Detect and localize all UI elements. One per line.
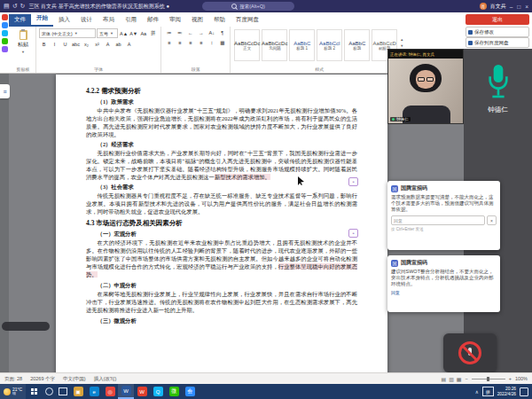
paragraph-format-button[interactable]: ≡ [185, 38, 195, 46]
sidebar-toggle[interactable]: ≡ [0, 84, 10, 98]
doc-block[interactable]: （一）宏观分析 [86, 230, 357, 238]
ribbon-tab[interactable]: 邮件 [142, 14, 164, 27]
doc-block[interactable]: 中共中央发布《无损检测仪器行业发展“十三五”规划》，明确要求到2021年无损检测… [86, 106, 357, 138]
font-format-button[interactable]: x² [92, 40, 102, 48]
quick-access-icon[interactable]: ▤ [4, 3, 10, 10]
taskbar-app-button[interactable]: W [118, 384, 134, 399]
doc-block[interactable]: 在果树等地无损检测行业发展上，行业呈规律性向上发展，行业发展快，并且在需求自行市… [86, 290, 357, 314]
font-format-button[interactable]: U [60, 40, 70, 48]
paragraph-format-button[interactable]: ↕ [207, 38, 216, 46]
floating-toolbar-pill[interactable] [2, 322, 50, 331]
ribbon-tab[interactable]: 视图 [186, 14, 208, 27]
font-format-button[interactable]: I [50, 40, 59, 48]
ribbon-tab[interactable]: 插入 [53, 14, 75, 27]
style-chip[interactable]: AaBbC 标题 [344, 29, 370, 61]
doc-block[interactable]: 传统无损检测器具专门重视程度不足，存在缺乏统一标准服务、缺乏专业技术监督等一系列… [86, 192, 357, 215]
style-chip[interactable]: AaBbCcl 标题 2 [317, 29, 342, 61]
zoom-percent[interactable]: 100% [515, 376, 528, 381]
taskbar-search-button[interactable] [42, 384, 56, 399]
paragraph-tool-button[interactable]: ← [185, 28, 195, 36]
ribbon-tab[interactable]: 引用 [120, 14, 142, 27]
paragraph-tool-button[interactable]: ≕ [175, 28, 184, 36]
paragraph-format-button[interactable]: ≡ [164, 38, 174, 46]
paragraph-format-button[interactable]: ≡ [175, 38, 184, 46]
dock-app-icon[interactable] [2, 30, 8, 36]
styles-scroll-down-icon[interactable]: ▼ [400, 43, 403, 48]
status-item[interactable]: 20269 个字 [30, 376, 55, 382]
font-size-select[interactable]: 五号▼ [97, 28, 118, 38]
status-item[interactable]: 页面: 28 [4, 376, 22, 382]
doc-block[interactable]: （1）政策需求 [86, 98, 357, 106]
font-tool-button[interactable]: A▲ [119, 29, 129, 37]
taskbar-app-button[interactable]: 微 [166, 384, 182, 399]
quick-access-icon[interactable]: ↻ [20, 3, 26, 10]
start-button[interactable] [26, 384, 42, 399]
ribbon-tab[interactable]: 开始 [31, 12, 53, 27]
font-format-button[interactable]: A [103, 40, 113, 48]
taskbar-app-button[interactable]: ▣ [70, 384, 86, 399]
font-format-button[interactable]: x₂ [82, 40, 91, 48]
task-view-button[interactable] [56, 384, 70, 399]
view-mode-button[interactable]: ▦ [457, 376, 462, 382]
dock-app-icon[interactable] [2, 14, 8, 20]
font-format-button[interactable]: A [124, 40, 134, 48]
taskbar-app-button[interactable]: ◎ [102, 384, 118, 399]
paragraph-tool-button[interactable]: A↓ [207, 28, 216, 36]
comment-bubble-icon[interactable]: ❝ [348, 229, 358, 238]
view-mode-button[interactable]: ▥ [449, 376, 454, 382]
comment-reply-input[interactable]: 回复 [391, 215, 485, 225]
font-tool-button[interactable]: A▼ [129, 29, 138, 37]
search-input[interactable]: 搜索(Alt+Q) [202, 2, 294, 11]
taskbar-app-button[interactable]: W [134, 384, 150, 399]
font-name-select[interactable]: 宋体 (中文正文)▼ [39, 28, 96, 38]
ribbon-tab[interactable]: 设计 [75, 14, 98, 27]
paragraph-tool-button[interactable]: → [196, 28, 206, 36]
tray-expand-button[interactable]: ∧ [475, 389, 479, 395]
taskbar-clock[interactable]: 20:26 2022/4/26 [497, 387, 516, 396]
window-control-button[interactable]: × [525, 4, 528, 10]
paragraph-format-button[interactable]: ≡ [196, 38, 206, 46]
doc-block[interactable]: （三）微观分析 [86, 317, 357, 325]
style-chip[interactable]: AaBbC 标题 1 [289, 29, 315, 61]
weather-widget[interactable]: 21°C 晴 [0, 384, 26, 399]
input-method-indicator[interactable]: 拼 [482, 387, 494, 396]
taskbar-app-button[interactable]: e [86, 384, 102, 399]
zoom-out-button[interactable]: − [465, 376, 467, 381]
styles-scroll-up-icon[interactable]: ▲ [400, 37, 403, 42]
ribbon-tab[interactable]: 文件 [9, 14, 31, 27]
font-format-button[interactable]: abc [71, 40, 81, 48]
window-control-button[interactable]: □ [517, 4, 520, 10]
dock-app-icon[interactable] [2, 46, 8, 52]
comment-close-button[interactable]: × [487, 215, 497, 225]
font-tool-button[interactable]: 拼 [148, 29, 158, 37]
doc-block[interactable]: 无损检测行业价值需求大热，产业发展长期导向好，同时在“十三五”背景下，我国无损检… [86, 149, 357, 181]
ribbon-tab[interactable]: 布局 [98, 14, 120, 27]
status-item[interactable]: 插入(改写) [94, 376, 117, 382]
ribbon-tab[interactable]: 帮助 [208, 14, 231, 27]
save-option-button[interactable]: 保存到百度网盘 [466, 37, 529, 48]
video-tile[interactable]: 正在讲话: 钟德仁, 肖文兵 钟德仁 [387, 49, 464, 124]
zoom-slider[interactable] [472, 379, 505, 379]
quick-access-icon[interactable]: ↺ [12, 3, 18, 10]
user-avatar[interactable]: 肖 [480, 3, 487, 10]
doc-block[interactable]: 4.2.2 需求预测分析 [86, 87, 357, 95]
style-chip[interactable]: AaBbCcDc 无间隔 [262, 29, 287, 61]
exit-button[interactable]: 退出 [466, 14, 529, 25]
ribbon-tab[interactable]: 审阅 [164, 14, 186, 27]
font-tool-button[interactable]: Aa [138, 29, 148, 37]
window-control-button[interactable]: – [510, 4, 513, 10]
comment-bubble-icon[interactable]: ❝ [348, 177, 358, 186]
font-format-button[interactable]: ab [113, 40, 123, 48]
paragraph-format-button[interactable]: ▦ [217, 38, 227, 46]
document-page[interactable]: 4.2.2 需求预测分析（1）政策需求中共中央发布《无损检测仪器行业发展“十三五… [56, 74, 387, 399]
dock-app-icon[interactable] [2, 22, 8, 28]
paragraph-tool-button[interactable]: ≔ [164, 28, 174, 36]
muted-indicator-tile[interactable] [443, 333, 497, 372]
font-format-button[interactable]: B [39, 40, 49, 48]
doc-block[interactable]: （二）中观分析 [86, 281, 357, 289]
doc-block[interactable]: 4.3 市场运行态势及相关因素分析 [86, 219, 357, 227]
paragraph-tool-button[interactable]: ¶ [217, 28, 227, 36]
ribbon-tab[interactable]: 百度网盘 [231, 14, 264, 27]
notification-center-button[interactable] [520, 387, 528, 396]
comment-reply-link[interactable]: 回复 [391, 290, 497, 295]
